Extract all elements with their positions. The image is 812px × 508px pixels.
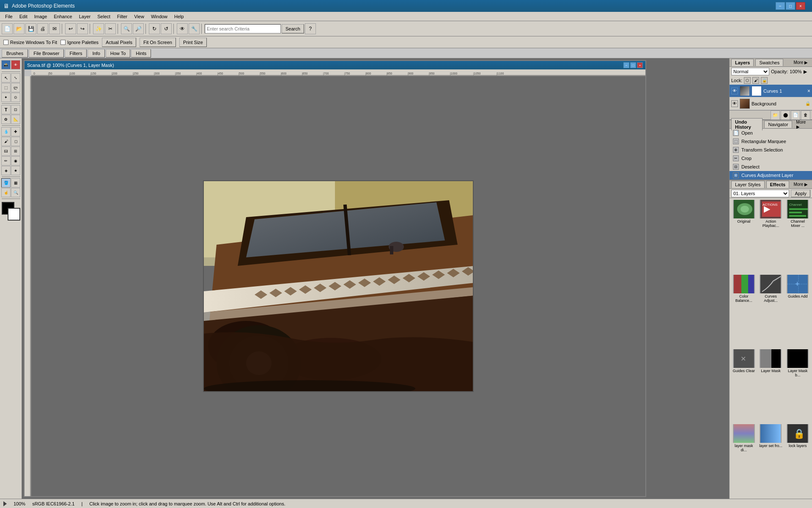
filters-shortcut[interactable]: Filters — [65, 49, 87, 58]
ignore-palettes-option[interactable]: Ignore Palettes — [60, 40, 99, 45]
maximize-button[interactable]: □ — [786, 2, 795, 10]
new-layer-set-btn[interactable]: 📁 — [771, 110, 780, 120]
pattern-stamp-tool[interactable]: ⊞ — [11, 146, 20, 156]
effect-layer-set-from[interactable]: layer set fro... — [758, 424, 784, 497]
crop-tool[interactable]: ⊡ — [11, 105, 20, 114]
document-canvas[interactable] — [203, 180, 474, 392]
doc-maximize-button[interactable]: □ — [630, 62, 636, 68]
undo-history-tab[interactable]: Undo History — [731, 118, 763, 130]
red-eye-button[interactable]: 👁 — [177, 23, 188, 34]
menu-item-window[interactable]: Window — [148, 13, 171, 20]
menu-item-file[interactable]: File — [2, 13, 16, 20]
actual-pixels-button[interactable]: Actual Pixels — [102, 38, 136, 47]
navigator-tab[interactable]: Navigator — [764, 121, 792, 128]
text-tool[interactable]: T — [1, 105, 11, 114]
cookie-cutter-tool[interactable]: ✿ — [1, 115, 11, 124]
history-more-button[interactable]: More ▶ — [794, 119, 810, 130]
brushes-shortcut[interactable]: Brushes — [2, 49, 28, 58]
straighten-tool[interactable]: 📐 — [11, 115, 20, 124]
menu-item-select[interactable]: Select — [94, 13, 114, 20]
red-eye-tool[interactable]: 👁 — [11, 60, 20, 69]
effects-category-select[interactable]: 01. Layers — [731, 190, 789, 197]
undo-button[interactable]: ↩ — [65, 23, 76, 34]
layer-eye-background[interactable]: 👁 — [731, 100, 738, 107]
redo-button[interactable]: ↪ — [77, 23, 88, 34]
blur-tool[interactable]: ◉ — [11, 156, 20, 166]
search-button[interactable]: Search — [282, 24, 304, 33]
crop-button[interactable]: ✂ — [105, 23, 116, 34]
background-color[interactable] — [8, 208, 20, 221]
hints-shortcut[interactable]: Hints — [131, 49, 151, 58]
effect-layer-mask-b[interactable]: Layer Mask b... — [785, 349, 810, 422]
minimize-button[interactable]: − — [776, 2, 785, 10]
effect-layer-mask[interactable]: Layer Mask — [758, 349, 784, 422]
rotate-ccw-button[interactable]: ↺ — [161, 23, 172, 34]
clone-stamp-tool[interactable]: 🖂 — [1, 146, 11, 156]
effect-guides-clear[interactable]: ✕ Guides Clear — [731, 349, 757, 422]
effects-apply-button[interactable]: Apply — [791, 190, 810, 197]
menu-item-edit[interactable]: Edit — [16, 13, 31, 20]
how-to-shortcut[interactable]: How To — [106, 49, 130, 58]
effects-more-button[interactable]: More ▶ — [791, 181, 810, 188]
effect-action-playback[interactable]: ▶ ACTIONS Action Playbac... — [758, 200, 784, 273]
layer-eye-curves1[interactable]: 👁 — [731, 88, 738, 94]
effect-layer-mask-di[interactable]: layer mask di... — [731, 424, 757, 497]
zoom-out-button[interactable]: 🔎 — [133, 23, 144, 34]
print-button[interactable]: 🖨 — [37, 23, 48, 34]
eraser-tool[interactable]: ◻ — [11, 137, 20, 146]
print-size-button[interactable]: Print Size — [179, 38, 207, 47]
info-shortcut[interactable]: Info — [88, 49, 104, 58]
photo-bin-button[interactable]: 📸 — [1, 60, 11, 69]
menu-item-layer[interactable]: Layer — [76, 13, 94, 20]
blend-mode-select[interactable]: Normal — [731, 68, 769, 75]
swatches-tab[interactable]: Swatches — [755, 59, 783, 66]
layer-styles-tab[interactable]: Layer Styles — [731, 181, 765, 188]
doc-close-button[interactable]: × — [637, 62, 643, 68]
lock-position-btn[interactable]: 🔒 — [761, 77, 768, 84]
menu-item-help[interactable]: Help — [171, 13, 187, 20]
new-fill-layer-btn[interactable]: ⬤ — [781, 110, 790, 120]
resize-windows-option[interactable]: Resize Windows To Fit — [3, 40, 57, 45]
eye-dropper-tool[interactable]: 💧 — [1, 127, 11, 136]
magic-wand-tool[interactable]: ✦ — [1, 93, 11, 102]
gradient-tool[interactable]: ▦ — [11, 178, 20, 188]
pencil-tool[interactable]: ✏ — [1, 156, 11, 166]
custom-shape-tool[interactable]: ★ — [11, 166, 20, 175]
selection-brush-tool[interactable]: ⊙ — [11, 93, 20, 102]
layer-item-curves1[interactable]: 👁 Curves 1 × — [730, 85, 812, 97]
status-triangle[interactable] — [3, 501, 7, 506]
effect-color-balance[interactable]: Color Balance... — [731, 275, 757, 348]
rectangular-marquee-tool[interactable]: ⬚ — [1, 83, 11, 92]
effect-guides-add[interactable]: + Guides Add — [785, 275, 810, 348]
fit-on-screen-button[interactable]: Fit On Screen — [140, 38, 176, 47]
history-item-transform[interactable]: ⊕ Transform Selection — [730, 146, 812, 154]
effect-channel-mixer[interactable]: Channel Channel Mixer ... — [785, 200, 810, 273]
effect-curves-adjust[interactable]: Curves Adjust... — [758, 275, 784, 348]
menu-item-filter[interactable]: Filter — [114, 13, 131, 20]
menu-item-image[interactable]: Image — [31, 13, 51, 20]
file-browser-shortcut[interactable]: File Browser — [29, 49, 64, 58]
rotate-cw-button[interactable]: ↻ — [149, 23, 160, 34]
layer-item-background[interactable]: 👁 Background 🔒 — [730, 97, 812, 110]
save-button[interactable]: 💾 — [25, 23, 36, 34]
effect-lock-layers[interactable]: 🔒 lock layers — [785, 424, 810, 497]
effects-tab[interactable]: Effects — [766, 181, 790, 188]
new-layer-btn[interactable]: 📄 — [791, 110, 800, 120]
open-button[interactable]: 📂 — [14, 23, 25, 34]
lasso-tool[interactable]: ლ — [11, 83, 20, 92]
history-item-deselect[interactable]: ⊟ Deselect — [730, 163, 812, 171]
menu-item-view[interactable]: View — [131, 13, 148, 20]
lock-image-btn[interactable]: 🖌 — [752, 77, 759, 84]
help-button[interactable]: ? — [305, 23, 316, 34]
layers-tab[interactable]: Layers — [731, 59, 754, 66]
sponge-tool[interactable]: ◈ — [1, 166, 11, 175]
move-tool[interactable]: ↖ — [1, 73, 11, 83]
close-button[interactable]: × — [796, 2, 805, 10]
canvas-container[interactable] — [31, 76, 645, 496]
search-input[interactable] — [205, 24, 281, 33]
zoom-magnify-tool[interactable]: 🔍 — [11, 188, 20, 197]
history-item-curves[interactable]: ⊞ Curves Adjustment Layer — [730, 171, 812, 179]
zoom-tool[interactable]: ⤡ — [11, 73, 20, 83]
layers-more-button[interactable]: More ▶ — [791, 59, 810, 66]
email-button[interactable]: ✉ — [49, 23, 60, 34]
